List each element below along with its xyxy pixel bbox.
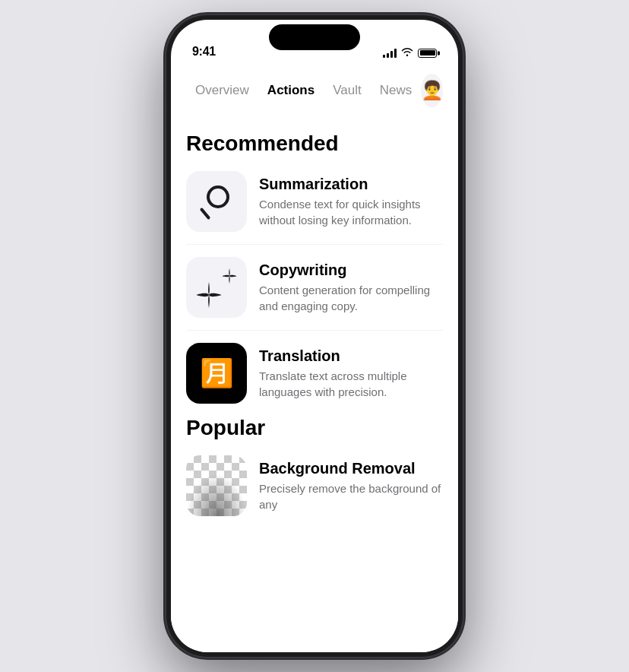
wifi-icon [401,47,413,59]
summarization-name: Summarization [259,176,443,193]
signal-bars-icon [383,49,397,58]
avatar[interactable]: 🧑‍🦱 [421,74,443,107]
screen: 9:41 [171,20,458,652]
action-item-summarization[interactable]: Summarization Condense text for quick in… [186,171,443,232]
magnify-handle [200,208,211,220]
recommended-title: Recommended [186,132,443,156]
copywriting-text: Copywriting Content generation for compe… [259,262,443,314]
status-icons [383,47,437,59]
translation-icon: 🈷️ [186,343,247,404]
signal-bar-2 [387,53,389,58]
tab-overview[interactable]: Overview [186,80,258,101]
summarization-desc: Condense text for quick insights without… [259,196,443,228]
dynamic-island [269,24,360,50]
magnify-circle [207,185,229,208]
sparkle-icon [196,267,237,308]
translation-emoji-icon: 🈷️ [200,357,234,389]
sparkle-big-icon [196,282,222,308]
summarization-text: Summarization Condense text for quick in… [259,176,443,228]
tab-vault[interactable]: Vault [324,80,371,101]
tab-news[interactable]: News [371,80,422,101]
translation-text: Translation Translate text across multip… [259,347,443,400]
copywriting-name: Copywriting [259,262,443,279]
translation-name: Translation [259,347,443,365]
battery-fill [420,50,435,55]
divider-1 [186,244,443,245]
nav-tabs: Overview Actions Vault News 🧑‍🦱 [171,65,458,116]
tab-actions[interactable]: Actions [258,80,324,101]
action-item-background-removal[interactable]: Background Removal Precisely remove the … [186,455,443,516]
battery-icon [418,49,437,58]
signal-bar-3 [390,51,393,58]
translation-desc: Translate text across multiple languages… [259,368,443,400]
signal-bar-1 [383,55,385,58]
phone-frame: 9:41 [166,15,463,657]
copywriting-icon [186,257,247,318]
copywriting-desc: Content generation for compelling and en… [259,282,443,314]
sparkle-small-icon [222,268,237,284]
background-removal-icon [186,455,247,516]
background-removal-desc: Precisely remove the background of any [259,480,443,512]
background-removal-name: Background Removal [259,460,443,477]
action-item-translation[interactable]: 🈷️ Translation Translate text across mul… [186,343,443,404]
avatar-emoji: 🧑‍🦱 [421,80,443,101]
scroll-content: Recommended Summarization Condense text … [171,116,458,516]
magnify-glass-icon [198,182,235,220]
popular-title: Popular [186,416,443,440]
divider-2 [186,330,443,331]
background-removal-text: Background Removal Precisely remove the … [259,460,443,512]
summarization-icon [186,171,247,232]
signal-bar-4 [394,49,397,58]
bg-removal-overlay [186,474,247,516]
action-item-copywriting[interactable]: Copywriting Content generation for compe… [186,257,443,318]
popular-section: Popular Background Removal Precisely rem… [186,416,443,516]
status-time: 9:41 [192,45,216,59]
content-area: Overview Actions Vault News 🧑‍🦱 Recommen… [171,65,458,652]
